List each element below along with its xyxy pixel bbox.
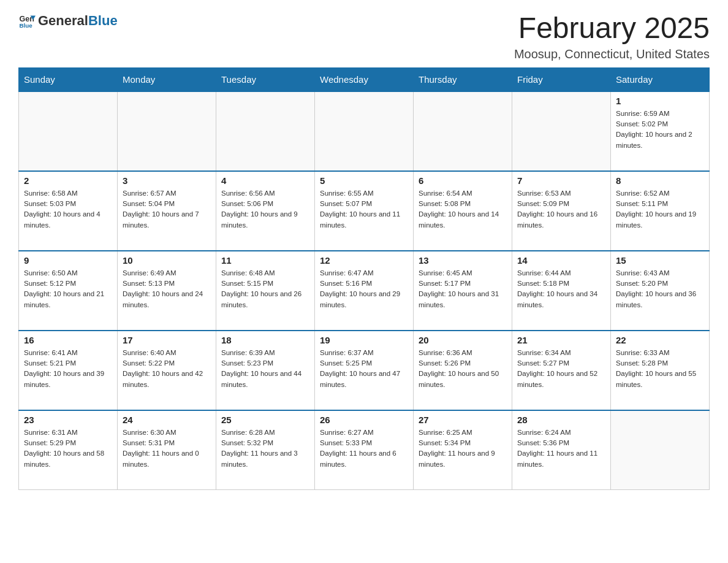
week-row-3: 16Sunrise: 6:41 AMSunset: 5:21 PMDayligh… [19,331,710,410]
day-info: Sunrise: 6:43 AMSunset: 5:20 PMDaylight:… [616,268,704,310]
logo-general: General [38,13,88,28]
cell-2-6: 15Sunrise: 6:43 AMSunset: 5:20 PMDayligh… [611,251,710,331]
day-info: Sunrise: 6:47 AMSunset: 5:16 PMDaylight:… [320,268,408,310]
day-number: 21 [517,335,605,345]
cell-0-2 [216,91,315,171]
month-title: February 2025 [514,12,710,45]
cell-3-2: 18Sunrise: 6:39 AMSunset: 5:23 PMDayligh… [216,331,315,410]
day-info: Sunrise: 6:48 AMSunset: 5:15 PMDaylight:… [221,268,309,310]
day-info: Sunrise: 6:24 AMSunset: 5:36 PMDaylight:… [517,427,605,470]
cell-3-4: 20Sunrise: 6:36 AMSunset: 5:26 PMDayligh… [414,331,512,410]
cell-3-5: 21Sunrise: 6:34 AMSunset: 5:27 PMDayligh… [512,331,611,410]
title-section: February 2025 Moosup, Connecticut, Unite… [514,12,710,61]
day-number: 14 [517,255,605,266]
day-number: 7 [517,175,605,186]
day-number: 15 [616,255,704,266]
calendar-table: Sunday Monday Tuesday Wednesday Thursday… [18,67,710,491]
day-info: Sunrise: 6:55 AMSunset: 5:07 PMDaylight:… [320,188,408,231]
col-saturday: Saturday [611,67,710,91]
day-info: Sunrise: 6:54 AMSunset: 5:08 PMDaylight:… [419,188,507,231]
cell-1-4: 6Sunrise: 6:54 AMSunset: 5:08 PMDaylight… [414,171,512,251]
day-info: Sunrise: 6:31 AMSunset: 5:29 PMDaylight:… [24,427,112,470]
cell-2-4: 13Sunrise: 6:45 AMSunset: 5:17 PMDayligh… [414,251,512,331]
day-number: 1 [616,96,704,106]
day-info: Sunrise: 6:28 AMSunset: 5:32 PMDaylight:… [221,427,309,470]
day-info: Sunrise: 6:50 AMSunset: 5:12 PMDaylight:… [24,268,112,310]
svg-text:Blue: Blue [19,22,32,29]
cell-0-6: 1Sunrise: 6:59 AMSunset: 5:02 PMDaylight… [611,91,710,171]
cell-0-0 [19,91,118,171]
day-info: Sunrise: 6:25 AMSunset: 5:34 PMDaylight:… [419,427,507,470]
cell-0-1 [118,91,216,171]
day-number: 5 [320,175,408,186]
day-info: Sunrise: 6:52 AMSunset: 5:11 PMDaylight:… [616,188,704,231]
col-monday: Monday [118,67,216,91]
location: Moosup, Connecticut, United States [514,47,710,61]
cell-2-5: 14Sunrise: 6:44 AMSunset: 5:18 PMDayligh… [512,251,611,331]
col-friday: Friday [512,67,611,91]
day-info: Sunrise: 6:39 AMSunset: 5:23 PMDaylight:… [221,348,309,390]
day-info: Sunrise: 6:57 AMSunset: 5:04 PMDaylight:… [123,188,211,231]
day-number: 28 [517,415,605,425]
cell-4-0: 23Sunrise: 6:31 AMSunset: 5:29 PMDayligh… [19,410,118,490]
day-number: 27 [419,415,507,425]
day-info: Sunrise: 6:36 AMSunset: 5:26 PMDaylight:… [419,348,507,390]
col-tuesday: Tuesday [216,67,315,91]
cell-0-5 [512,91,611,171]
day-number: 16 [24,335,112,345]
cell-1-2: 4Sunrise: 6:56 AMSunset: 5:06 PMDaylight… [216,171,315,251]
day-info: Sunrise: 6:53 AMSunset: 5:09 PMDaylight:… [517,188,605,231]
day-number: 12 [320,255,408,266]
cell-4-6 [611,410,710,490]
day-number: 11 [221,255,309,266]
cell-1-3: 5Sunrise: 6:55 AMSunset: 5:07 PMDaylight… [315,171,414,251]
day-number: 8 [616,175,704,186]
day-number: 23 [24,415,112,425]
cell-4-2: 25Sunrise: 6:28 AMSunset: 5:32 PMDayligh… [216,410,315,490]
day-number: 22 [616,335,704,345]
week-row-2: 9Sunrise: 6:50 AMSunset: 5:12 PMDaylight… [19,251,710,331]
day-number: 24 [123,415,211,425]
day-number: 10 [123,255,211,266]
day-info: Sunrise: 6:41 AMSunset: 5:21 PMDaylight:… [24,348,112,390]
day-info: Sunrise: 6:34 AMSunset: 5:27 PMDaylight:… [517,348,605,390]
day-info: Sunrise: 6:56 AMSunset: 5:06 PMDaylight:… [221,188,309,231]
cell-3-1: 17Sunrise: 6:40 AMSunset: 5:22 PMDayligh… [118,331,216,410]
cell-4-3: 26Sunrise: 6:27 AMSunset: 5:33 PMDayligh… [315,410,414,490]
cell-3-6: 22Sunrise: 6:33 AMSunset: 5:28 PMDayligh… [611,331,710,410]
day-number: 25 [221,415,309,425]
cell-1-0: 2Sunrise: 6:58 AMSunset: 5:03 PMDaylight… [19,171,118,251]
day-number: 3 [123,175,211,186]
cell-1-1: 3Sunrise: 6:57 AMSunset: 5:04 PMDaylight… [118,171,216,251]
day-number: 9 [24,255,112,266]
day-info: Sunrise: 6:44 AMSunset: 5:18 PMDaylight:… [517,268,605,310]
logo-icon: Gen Blue [18,12,36,29]
day-info: Sunrise: 6:27 AMSunset: 5:33 PMDaylight:… [320,427,408,470]
cell-0-4 [414,91,512,171]
week-row-1: 2Sunrise: 6:58 AMSunset: 5:03 PMDaylight… [19,171,710,251]
day-info: Sunrise: 6:37 AMSunset: 5:25 PMDaylight:… [320,348,408,390]
day-number: 2 [24,175,112,186]
day-info: Sunrise: 6:59 AMSunset: 5:02 PMDaylight:… [616,109,704,151]
cell-4-4: 27Sunrise: 6:25 AMSunset: 5:34 PMDayligh… [414,410,512,490]
day-number: 13 [419,255,507,266]
cell-4-5: 28Sunrise: 6:24 AMSunset: 5:36 PMDayligh… [512,410,611,490]
logo: Gen Blue GeneralBlue [18,12,118,29]
cell-3-0: 16Sunrise: 6:41 AMSunset: 5:21 PMDayligh… [19,331,118,410]
cell-4-1: 24Sunrise: 6:30 AMSunset: 5:31 PMDayligh… [118,410,216,490]
logo-blue: Blue [88,13,118,28]
day-number: 6 [419,175,507,186]
day-info: Sunrise: 6:33 AMSunset: 5:28 PMDaylight:… [616,348,704,390]
day-info: Sunrise: 6:58 AMSunset: 5:03 PMDaylight:… [24,188,112,231]
cell-3-3: 19Sunrise: 6:37 AMSunset: 5:25 PMDayligh… [315,331,414,410]
cell-2-1: 10Sunrise: 6:49 AMSunset: 5:13 PMDayligh… [118,251,216,331]
page-header: Gen Blue GeneralBlue February 2025 Moosu… [18,12,710,61]
day-info: Sunrise: 6:45 AMSunset: 5:17 PMDaylight:… [419,268,507,310]
day-number: 19 [320,335,408,345]
cell-1-6: 8Sunrise: 6:52 AMSunset: 5:11 PMDaylight… [611,171,710,251]
day-info: Sunrise: 6:40 AMSunset: 5:22 PMDaylight:… [123,348,211,390]
cell-2-2: 11Sunrise: 6:48 AMSunset: 5:15 PMDayligh… [216,251,315,331]
week-row-4: 23Sunrise: 6:31 AMSunset: 5:29 PMDayligh… [19,410,710,490]
day-info: Sunrise: 6:30 AMSunset: 5:31 PMDaylight:… [123,427,211,470]
cell-2-3: 12Sunrise: 6:47 AMSunset: 5:16 PMDayligh… [315,251,414,331]
